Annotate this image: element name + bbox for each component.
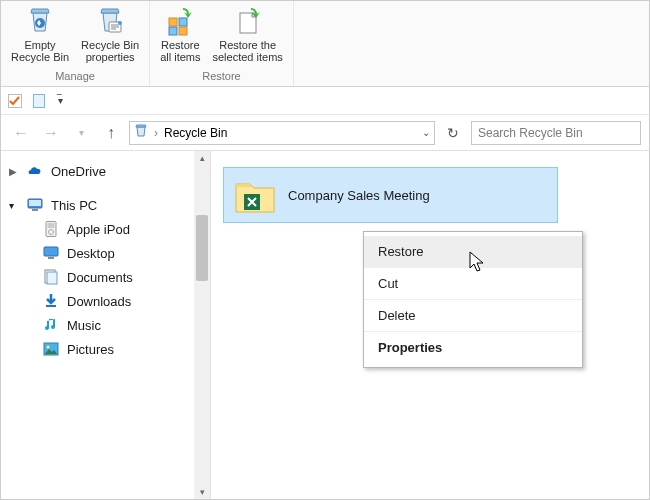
nav-forward-button[interactable]: → bbox=[39, 121, 63, 145]
nav-back-button[interactable]: ← bbox=[9, 121, 33, 145]
nav-up-button[interactable]: ↑ bbox=[99, 121, 123, 145]
restore-all-icon bbox=[164, 5, 196, 37]
nav-recent-dropdown[interactable]: ▾ bbox=[69, 121, 93, 145]
navigation-pane: ▶ OneDrive ▾ This PC Apple iPod Desktop bbox=[1, 151, 211, 499]
restore-selected-icon bbox=[232, 5, 264, 37]
ribbon-group-manage: Empty Recycle Bin Recycle Bin properties… bbox=[1, 1, 150, 86]
empty-recycle-bin-label: Empty Recycle Bin bbox=[11, 39, 69, 63]
qat-checkbox-icon[interactable] bbox=[7, 93, 23, 109]
desktop-icon bbox=[43, 245, 59, 261]
svg-rect-6 bbox=[179, 27, 187, 35]
onedrive-icon bbox=[27, 163, 43, 179]
svg-rect-12 bbox=[32, 209, 38, 211]
sidebar-item-pictures[interactable]: Pictures bbox=[1, 337, 210, 361]
sidebar-item-onedrive[interactable]: ▶ OneDrive bbox=[1, 159, 210, 183]
ribbon-toolbar: Empty Recycle Bin Recycle Bin properties… bbox=[1, 1, 649, 87]
empty-recycle-bin-button[interactable]: Empty Recycle Bin bbox=[5, 3, 75, 67]
qat-customize-icon[interactable]: ▾− bbox=[55, 93, 71, 109]
search-placeholder: Search Recycle Bin bbox=[478, 126, 583, 140]
svg-point-22 bbox=[47, 346, 50, 349]
recycle-bin-icon bbox=[134, 124, 148, 141]
svg-rect-4 bbox=[179, 18, 187, 26]
sidebar-item-label: Apple iPod bbox=[67, 222, 130, 237]
context-menu-properties[interactable]: Properties bbox=[364, 332, 582, 363]
svg-rect-19 bbox=[47, 272, 57, 284]
ribbon-group-manage-label: Manage bbox=[55, 70, 95, 84]
address-bar[interactable]: › Recycle Bin ⌄ bbox=[129, 121, 435, 145]
restore-all-label: Restore all items bbox=[160, 39, 200, 63]
sidebar-this-pc-label: This PC bbox=[51, 198, 97, 213]
pictures-icon bbox=[43, 341, 59, 357]
expand-caret-icon[interactable]: ▶ bbox=[9, 166, 17, 177]
recycle-bin-empty-icon bbox=[24, 5, 56, 37]
recycle-bin-properties-icon bbox=[94, 5, 126, 37]
search-input[interactable]: Search Recycle Bin bbox=[471, 121, 641, 145]
context-menu-delete[interactable]: Delete bbox=[364, 300, 582, 332]
svg-rect-17 bbox=[48, 257, 54, 259]
restore-selected-label: Restore the selected items bbox=[213, 39, 283, 63]
sidebar-item-ipod[interactable]: Apple iPod bbox=[1, 217, 210, 241]
sidebar-item-documents[interactable]: Documents bbox=[1, 265, 210, 289]
recycle-bin-properties-button[interactable]: Recycle Bin properties bbox=[75, 3, 145, 67]
sidebar-item-label: Music bbox=[67, 318, 101, 333]
svg-rect-5 bbox=[169, 27, 177, 35]
sidebar-item-label: Documents bbox=[67, 270, 133, 285]
ipod-icon bbox=[43, 221, 59, 237]
sidebar-item-this-pc[interactable]: ▾ This PC bbox=[1, 193, 210, 217]
scrollbar-thumb[interactable] bbox=[196, 215, 208, 281]
svg-rect-11 bbox=[29, 200, 41, 206]
qat-file-icon[interactable] bbox=[31, 93, 47, 109]
restore-selected-button[interactable]: Restore the selected items bbox=[207, 3, 289, 67]
svg-rect-16 bbox=[44, 247, 58, 256]
ribbon-group-restore: Restore all items Restore the selected i… bbox=[150, 1, 294, 86]
svg-rect-9 bbox=[34, 94, 45, 107]
collapse-caret-icon[interactable]: ▾ bbox=[9, 200, 14, 211]
svg-rect-3 bbox=[169, 18, 177, 26]
file-name-label: Company Sales Meeting bbox=[288, 188, 430, 203]
mouse-cursor-icon bbox=[469, 251, 487, 277]
folder-excel-icon bbox=[234, 174, 276, 216]
refresh-button[interactable]: ↻ bbox=[441, 121, 465, 145]
address-dropdown-icon[interactable]: ⌄ bbox=[422, 127, 430, 138]
svg-rect-20 bbox=[46, 305, 56, 307]
quick-access-toolbar: ▾− bbox=[1, 87, 649, 115]
sidebar-item-label: Pictures bbox=[67, 342, 114, 357]
restore-all-button[interactable]: Restore all items bbox=[154, 3, 206, 67]
downloads-icon bbox=[43, 293, 59, 309]
ribbon-group-restore-label: Restore bbox=[202, 70, 241, 84]
breadcrumb-chevron-icon[interactable]: › bbox=[154, 126, 158, 140]
sidebar-onedrive-label: OneDrive bbox=[51, 164, 106, 179]
sidebar-item-music[interactable]: Music bbox=[1, 313, 210, 337]
sidebar-item-label: Desktop bbox=[67, 246, 115, 261]
sidebar-item-desktop[interactable]: Desktop bbox=[1, 241, 210, 265]
this-pc-icon bbox=[27, 197, 43, 213]
sidebar-item-downloads[interactable]: Downloads bbox=[1, 289, 210, 313]
navigation-bar: ← → ▾ ↑ › Recycle Bin ⌄ ↻ Search Recycle… bbox=[1, 115, 649, 151]
svg-rect-14 bbox=[48, 223, 55, 228]
file-item-selected[interactable]: Company Sales Meeting bbox=[223, 167, 558, 223]
breadcrumb-location[interactable]: Recycle Bin bbox=[164, 126, 227, 140]
recycle-bin-properties-label: Recycle Bin properties bbox=[81, 39, 139, 63]
documents-icon bbox=[43, 269, 59, 285]
sidebar-item-label: Downloads bbox=[67, 294, 131, 309]
svg-point-2 bbox=[118, 21, 122, 25]
music-icon bbox=[43, 317, 59, 333]
sidebar-scrollbar[interactable]: ▴ ▾ bbox=[194, 151, 210, 499]
